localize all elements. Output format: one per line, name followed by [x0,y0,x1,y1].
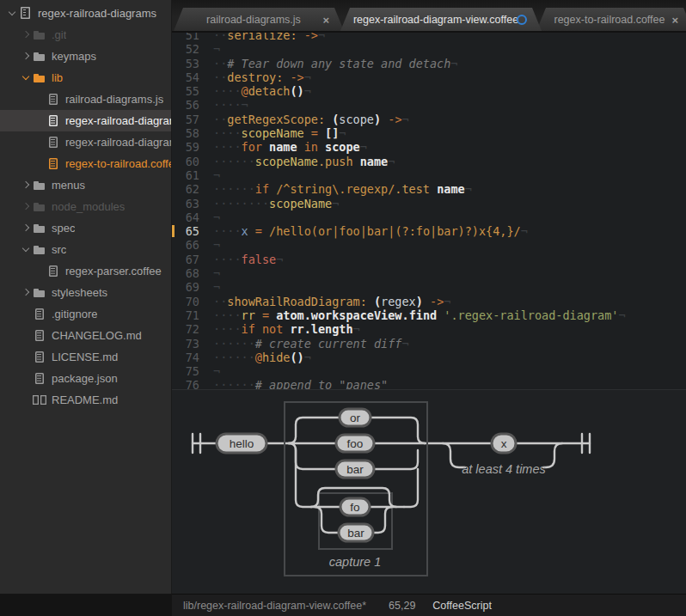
line-number: 73 [172,337,210,351]
tab-label: regex-railroad-diagram-view.coffee [341,14,541,26]
item-label: regex-railroad-diagram-view.coffee [65,114,171,127]
file-icon [33,329,46,343]
diagram-node-foo: foo [336,435,374,452]
code-line[interactable]: 59 ····for name in scope¬ [172,140,686,154]
code-line[interactable]: 64 ¬ [172,210,686,224]
svg-text:foo: foo [347,437,364,450]
code-line[interactable]: 54 ··destroy: ->¬ [172,70,686,84]
code-line[interactable]: 53 ··# Tear down any state and detach¬ [172,57,686,70]
chevron-right-icon[interactable] [19,200,33,214]
code-line[interactable]: 57 ··getRegexScope: (scope) ->¬ [172,113,686,126]
tree-item[interactable]: package.json [0,368,171,389]
code-line[interactable]: 52 ¬ [172,42,686,56]
code-editor[interactable]: 51 ··serialize: ->¬ 52 ¬ 53 ··# Tear dow… [172,33,686,389]
code-line[interactable]: 67 ····false¬ [172,253,686,266]
tree-item[interactable]: regex-railroad-diagram.coffee [0,131,171,153]
code-line[interactable]: 75 ¬ [172,364,686,378]
chevron-down-icon[interactable] [19,71,33,85]
tree-item[interactable]: README.md [0,389,171,411]
code-line[interactable]: 68 ¬ [172,266,686,280]
svg-text:or: or [350,412,361,424]
chevron-right-icon[interactable] [19,179,33,192]
tree-item[interactable]: railroad-diagrams.js [0,88,171,110]
code-line[interactable]: 71 ····rr = atom.workspaceView.find '.re… [172,308,686,322]
code-line[interactable]: 74 ······@hide()¬ [172,351,686,364]
chevron-right-icon[interactable] [19,28,33,42]
tree-item[interactable]: LICENSE.md [0,346,171,368]
line-content: ··destroy: ->¬ [210,70,311,84]
code-line[interactable]: 56 ····¬ [172,98,686,112]
line-content: ····@detach()¬ [210,84,311,98]
tree-item[interactable]: lib [0,67,171,88]
tree-item[interactable]: node_modules [0,196,171,217]
tree-item[interactable]: spec [0,217,171,239]
code-line[interactable]: 55 ····@detach()¬ [172,84,686,98]
item-label: .git [52,28,66,41]
tab[interactable]: regex-railroad-diagram-view.coffee [340,8,542,31]
line-content: ··getRegexScope: (scope) ->¬ [210,113,409,126]
status-file-path: lib/regex-railroad-diagram-view.coffee* [183,600,366,612]
tree-item[interactable]: .gitignore [0,303,171,325]
file-icon [33,351,46,364]
tree-item[interactable]: regex-parser.coffee [0,260,171,282]
diagram-node-bar: bar [336,460,374,478]
line-content: ······# create current diff¬ [210,337,409,351]
line-number: 61 [172,168,210,182]
line-content: ¬ [210,210,220,224]
line-number: 51 [172,33,210,42]
folder-icon [33,179,46,192]
code-line[interactable]: 65 ····x = /hello(or|foo|bar|(?:fo|bar)?… [172,224,686,238]
tab-label: regex-to-railroad.coffee [542,14,686,26]
code-line[interactable]: 61 ¬ [172,168,686,182]
tree-item[interactable]: regex-railroad-diagram-view.coffee [0,110,171,131]
tab[interactable]: regex-to-railroad.coffee × [536,8,686,31]
line-number: 68 [172,266,210,280]
line-content: ····¬ [210,98,248,112]
tab-close-icon[interactable]: × [671,14,678,25]
svg-text:bar: bar [347,527,364,540]
chevron-right-icon[interactable] [19,50,33,64]
line-content: ······scopeName.push name¬ [210,155,395,168]
file-icon [46,93,60,107]
line-number: 66 [172,238,210,252]
tree-item[interactable]: keymaps [0,46,171,67]
tab-close-icon[interactable]: × [322,14,329,25]
modified-indicator-icon[interactable] [517,15,527,25]
tree-item[interactable]: menus [0,174,171,196]
tree-item[interactable]: stylesheets [0,282,171,303]
chevron-right-icon[interactable] [19,286,33,300]
code-line[interactable]: 51 ··serialize: ->¬ [172,33,686,42]
line-content: ··# Tear down any state and detach¬ [210,57,458,70]
item-label: regex-railroad-diagram.coffee [65,136,171,149]
svg-text:bar: bar [346,463,364,476]
code-lines: 51 ··serialize: ->¬ 52 ¬ 53 ··# Tear dow… [172,33,686,389]
code-line[interactable]: 66 ¬ [172,238,686,252]
status-grammar: CoffeeScript [432,600,492,612]
code-line[interactable]: 69 ¬ [172,280,686,294]
item-label: CHANGELOG.md [52,329,142,342]
railroad-diagram-panel: hello or foo bar fo bar x capture 1 at l… [172,389,686,594]
chevron-right-icon[interactable] [19,222,33,235]
tree-item[interactable]: regex-to-railroad.coffee [0,153,171,174]
chevron-down-icon[interactable] [19,243,33,257]
tree-item[interactable]: .git [0,24,171,46]
code-line[interactable]: 76 ······# append to "panes" [172,378,686,389]
code-line[interactable]: 70 ··showRailRoadDiagram: (regex) ->¬ [172,295,686,308]
svg-text:x: x [501,437,507,450]
code-line[interactable]: 72 ····if not rr.length¬ [172,322,686,336]
tree-item[interactable]: regex-railroad-diagrams [0,3,171,24]
tree-item[interactable]: CHANGELOG.md [0,325,171,346]
code-line[interactable]: 73 ······# create current diff¬ [172,337,686,351]
code-line[interactable]: 58 ····scopeName = []¬ [172,126,686,140]
code-line[interactable]: 62 ······if /^string\.regexp/.test name¬ [172,182,686,196]
line-number: 55 [172,84,210,98]
tab[interactable]: railroad-diagrams.js × [174,8,344,31]
tree-item[interactable]: src [0,239,171,260]
item-label: menus [52,179,85,192]
file-icon [33,372,46,386]
code-line[interactable]: 63 ········scopeName¬ [172,197,686,210]
line-content: ¬ [210,238,220,252]
chevron-down-icon[interactable] [5,7,19,21]
code-line[interactable]: 60 ······scopeName.push name¬ [172,155,686,168]
line-content: ····if not rr.length¬ [210,322,360,336]
